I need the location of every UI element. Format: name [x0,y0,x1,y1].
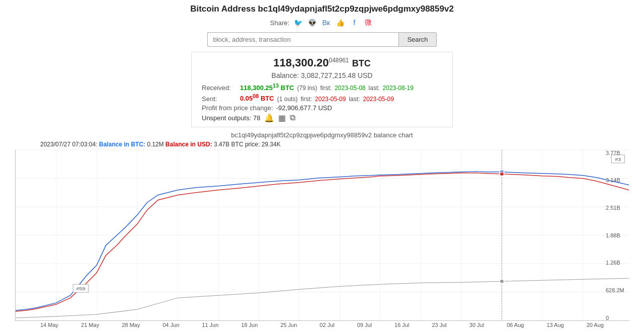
received-btc: 118,300.2513 BTC [240,82,294,92]
sent-row: Sent: 0.0508 BTC (1 outs) first: 2023-05… [202,93,442,102]
twitter-icon[interactable]: 🐦 [292,17,303,28]
sent-outs: (1 outs) [277,96,298,103]
sent-label: Sent: [202,95,237,103]
share-label: Share: [270,19,289,27]
chart-section: bc1ql49ydapnjafl5t2cp9zqpjwe6pdgmxy98859… [15,131,629,328]
chart-svg: #59 #3 [15,150,629,321]
profit-label: Profit from price change: [202,104,273,112]
sent-last-label: last: [349,96,360,103]
received-last-date: 2023-08-19 [383,85,414,92]
qr-icon[interactable]: ▦ [278,113,286,123]
search-input[interactable] [207,32,398,47]
copy-icon[interactable]: ⧉ [290,113,295,122]
received-last-label: last: [369,85,380,92]
profit-row: Profit from price change: -92,906,677.7 … [202,104,442,112]
facebook-icon[interactable]: f [349,17,360,28]
unspent-label: Unspent outputs: 78 [202,114,260,122]
received-label: Received: [202,84,237,92]
profit-val: -92,906,677.7 USD [276,104,332,112]
balance-usd: Balance: 3,082,727,215.48 USD [202,71,442,79]
sent-last-date: 2023-05-09 [363,96,393,103]
vk-icon[interactable]: Вк [320,17,332,28]
chart-title: bc1ql49ydapnjafl5t2cp9zqpjwe6pdgmxy98859… [15,131,629,139]
sent-first-date: 2023-05-09 [315,96,346,103]
search-row: Search [207,32,436,47]
search-button[interactable]: Search [398,32,436,47]
page-wrapper: Bitcoin Address bc1ql49ydapnjafl5t2cp9zq… [0,0,644,332]
received-row: Received: 118,300.2513 BTC (79 ins) firs… [202,82,442,92]
chart-area: 120K 100K 80K 60K 40K 20K 0 [15,150,629,321]
unspent-row: Unspent outputs: 78 🔔 ▦ ⧉ [202,113,442,123]
svg-point-22 [500,172,504,176]
tooltip-usd-label: Balance in USD: [166,141,212,148]
like-icon[interactable]: 👍 [335,17,346,28]
sent-first-label: first: [300,96,312,103]
received-ins: (79 ins) [297,85,317,92]
tooltip-btc-val: 0.12M [147,141,164,148]
share-row: Share: 🐦 👽 Вк 👍 f 微 [270,17,374,28]
y-axis-right: 3.77B 3.14B 2.51B 1.88B 1.26B 628.2M 0 [604,150,629,321]
received-first-label: first: [320,85,332,92]
btc-superscript: 048961 [329,57,349,64]
reddit-icon[interactable]: 👽 [306,17,317,28]
tooltip-usd-val: 3.47B [214,141,229,148]
btc-unit: BTC [352,58,371,68]
svg-point-23 [500,279,504,283]
bell-icon[interactable]: 🔔 [264,113,274,123]
btc-main-amount: 118,300.20048961 BTC [202,56,442,69]
sent-btc: 0.0508 BTC [240,93,274,102]
chart-tooltip: 2023/07/27 07:03:04: Balance in BTC: 0.1… [15,141,629,148]
received-first-date: 2023-05-08 [335,85,365,92]
page-title: Bitcoin Address bc1ql49ydapnjafl5t2cp9zq… [190,4,454,14]
tooltip-ts: 2023/07/27 07:03:04: [40,141,97,148]
x-axis: 14 May 21 May 28 May 04 Jun 11 Jun 18 Ju… [15,321,629,328]
tooltip-price-val: 29.34K [262,141,281,148]
weibo-icon[interactable]: 微 [363,17,374,28]
tooltip-price-label: BTC price: [231,141,260,148]
chart-inner[interactable]: #59 #3 [15,150,629,321]
svg-text:#59: #59 [76,286,85,291]
tooltip-btc-label: Balance in BTC: [99,141,145,148]
info-box: 118,300.20048961 BTC Balance: 3,082,727,… [191,52,453,127]
